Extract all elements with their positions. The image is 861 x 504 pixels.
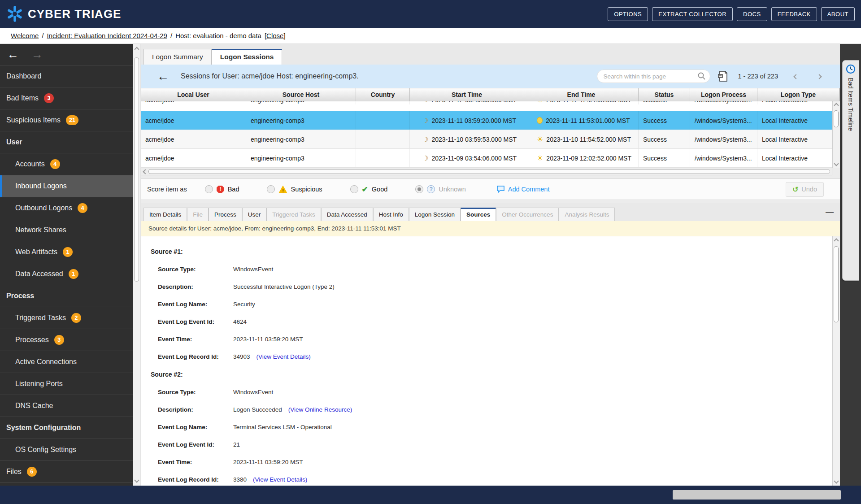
field-link-view-event-details[interactable]: (View Event Details)	[257, 353, 311, 360]
sidebar-item-triggered-tasks[interactable]: Triggered Tasks2	[0, 307, 133, 329]
column-header-end-time[interactable]: End Time	[524, 88, 639, 101]
breadcrumb-welcome[interactable]: Welcome	[11, 32, 39, 39]
header-button-extract-collector[interactable]: EXTRACT COLLECTOR	[652, 7, 733, 21]
moon-icon: ☽	[422, 117, 428, 125]
detail-tab-logon-session[interactable]: Logon Session	[409, 208, 461, 221]
table-row[interactable]: acme/jdoeengineering-comp3☽2023-11-12 03…	[141, 101, 832, 111]
score-option-bad[interactable]: !Bad	[205, 185, 239, 193]
sidebar-item-listening-ports[interactable]: Listening Ports	[0, 373, 133, 395]
breadcrumb-separator: /	[42, 32, 43, 39]
field-link-view-event-details[interactable]: (View Event Details)	[253, 476, 307, 483]
score-option-good[interactable]: ✔Good	[350, 185, 388, 194]
sidebar-item-processes[interactable]: Processes3	[0, 329, 133, 351]
sidebar-item-active-connections[interactable]: Active Connections	[0, 351, 133, 373]
sidebar-item-os-config-settings[interactable]: OS Config Settings	[0, 439, 133, 461]
table-scroll-thumb[interactable]	[834, 110, 839, 127]
scroll-down-icon[interactable]	[134, 478, 139, 482]
search-icon[interactable]	[697, 72, 706, 80]
column-header-source-host[interactable]: Source Host	[246, 88, 356, 101]
sidebar-item-label: Processes	[15, 336, 49, 344]
table-row[interactable]: acme/jdoeengineering-comp3☽2023-11-11 03…	[141, 111, 832, 130]
sidebar-item-web-artifacts[interactable]: Web Artifacts1	[0, 241, 133, 263]
tab-logon-summary[interactable]: Logon Summary	[144, 49, 212, 65]
cell-text: acme/jdoe	[145, 155, 174, 162]
radio-good[interactable]	[350, 185, 358, 193]
app-header: CYBER TRIAGE OPTIONSEXTRACT COLLECTORDOC…	[0, 0, 861, 28]
undo-button[interactable]: ↺ Undo	[786, 182, 824, 197]
sidebar-item-dashboard[interactable]: Dashboard	[0, 65, 133, 87]
sidebar-scroll-thumb[interactable]	[134, 57, 139, 282]
radio-bad[interactable]	[205, 185, 213, 193]
table-row[interactable]: acme/jdoeengineering-comp3☽2023-11-10 03…	[141, 130, 832, 149]
details-vertical-scrollbar[interactable]	[832, 236, 840, 486]
detail-tab-process[interactable]: Process	[209, 208, 242, 221]
sidebar-item-files[interactable]: Files6	[0, 461, 133, 483]
detail-tab-host-info[interactable]: Host Info	[373, 208, 409, 221]
table-row[interactable]: acme/jdoeengineering-comp3☽2023-11-09 03…	[141, 149, 832, 168]
details-scroll-thumb[interactable]	[834, 246, 839, 322]
forward-arrow-icon[interactable]: →	[31, 48, 43, 61]
scroll-up-icon[interactable]	[834, 238, 839, 243]
detail-tab-user[interactable]: User	[242, 208, 267, 221]
sidebar-item-accounts[interactable]: Accounts4	[0, 153, 133, 175]
breadcrumb-incident[interactable]: Incident: Evaluation Incident 2024-04-29	[47, 32, 167, 39]
sidebar-item-bad-items[interactable]: Bad Items3	[0, 87, 133, 109]
sidebar-scrollbar[interactable]	[133, 44, 140, 486]
sidebar-item-network-shares[interactable]: Network Shares	[0, 219, 133, 241]
column-header-status[interactable]: Status	[639, 88, 690, 101]
column-header-start-time[interactable]: Start Time	[410, 88, 524, 101]
goto-page-icon[interactable]	[718, 70, 728, 83]
add-comment-link[interactable]: Add Comment	[496, 185, 550, 193]
sidebar-item-dns-cache[interactable]: DNS Cache	[0, 395, 133, 417]
detail-tab-item-details[interactable]: Item Details	[144, 208, 187, 221]
undo-icon: ↺	[792, 185, 798, 194]
cell-country	[356, 149, 410, 167]
scroll-up-icon[interactable]	[834, 103, 839, 108]
tab-logon-sessions[interactable]: Logon Sessions	[212, 49, 283, 65]
detail-tab-sources[interactable]: Sources	[461, 208, 496, 221]
column-header-logon-process[interactable]: Logon Process	[690, 88, 757, 101]
sidebar-item-suspicious-items[interactable]: Suspicious Items21	[0, 109, 133, 131]
score-option-suspicious[interactable]: !Suspicious	[267, 185, 322, 193]
logon-tabstrip: Logon SummaryLogon Sessions	[141, 44, 840, 65]
minimize-panel-icon[interactable]: —	[826, 208, 834, 217]
scroll-down-icon[interactable]	[834, 478, 839, 483]
table-vertical-scrollbar[interactable]	[832, 101, 840, 168]
check-icon: ✔	[362, 185, 368, 194]
column-header-country[interactable]: Country	[356, 88, 410, 101]
close-host-link[interactable]: [Close]	[265, 32, 286, 39]
scroll-left-icon[interactable]	[143, 169, 148, 174]
cell-text: /windows/System3...	[695, 117, 752, 124]
sidebar-item-data-accessed[interactable]: Data Accessed1	[0, 263, 133, 285]
column-header-local-user[interactable]: Local User	[141, 88, 246, 101]
column-header-logon-type[interactable]: Logon Type	[757, 88, 839, 101]
cell-logon-process: /windows/System3...	[690, 111, 757, 130]
back-arrow-icon[interactable]: ←	[7, 48, 19, 61]
table-hscroll-thumb[interactable]	[148, 169, 830, 174]
radio-suspicious[interactable]	[267, 185, 275, 193]
scroll-up-icon[interactable]	[134, 47, 139, 52]
header-button-options[interactable]: OPTIONS	[608, 7, 648, 21]
field-value: Security	[233, 301, 255, 308]
sidebar-item-inbound-logons[interactable]: Inbound Logons	[0, 175, 133, 197]
scroll-down-icon[interactable]	[834, 161, 839, 166]
score-option-unknown[interactable]: ?Unknown	[415, 185, 465, 193]
score-option-label: Suspicious	[291, 186, 322, 193]
header-button-docs[interactable]: DOCS	[737, 7, 767, 21]
radio-unknown[interactable]	[415, 185, 423, 193]
header-button-about[interactable]: ABOUT	[821, 7, 855, 21]
banner-back-arrow-icon[interactable]: ←	[157, 70, 169, 83]
search-input[interactable]	[597, 70, 710, 83]
sidebar-item-outbound-logons[interactable]: Outbound Logons4	[0, 197, 133, 219]
next-page-icon[interactable]	[811, 69, 827, 83]
comment-bubble-icon	[496, 185, 505, 193]
cell-source-host: engineering-comp3	[246, 130, 356, 148]
previous-page-icon[interactable]	[788, 69, 804, 83]
header-button-feedback[interactable]: FEEDBACK	[771, 7, 817, 21]
bad-items-timeline-tab[interactable]: Bad Items Timeline	[842, 60, 859, 281]
detail-tab-other-occurrences: Other Occurrences	[496, 208, 559, 221]
field-link-view-online-resource[interactable]: (View Online Resource)	[288, 406, 352, 413]
table-horizontal-scrollbar[interactable]	[141, 168, 832, 175]
cell-logon-process: /windows/System3...	[690, 149, 757, 167]
detail-tab-data-accessed[interactable]: Data Accessed	[321, 208, 373, 221]
